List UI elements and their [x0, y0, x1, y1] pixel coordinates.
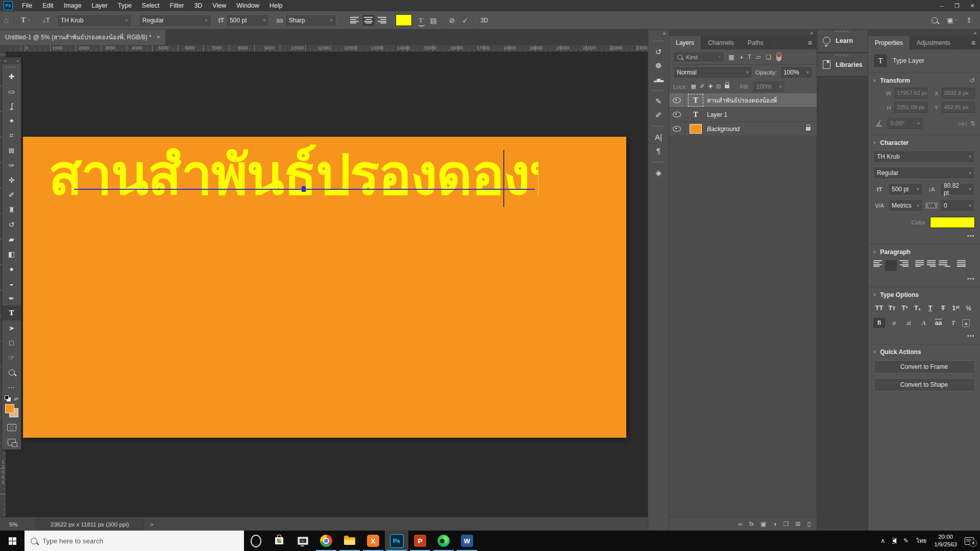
- menu-item[interactable]: Edit: [37, 0, 59, 11]
- paragraph-align-button[interactable]: [873, 260, 885, 271]
- layer-filter-toggle[interactable]: [776, 53, 781, 61]
- threed-panel[interactable]: ◈: [648, 166, 669, 180]
- y-position-field[interactable]: 452.81 px: [942, 102, 975, 113]
- paragraph-align-button[interactable]: [927, 260, 939, 271]
- file-explorer-button[interactable]: [338, 531, 361, 551]
- canvas-type-text[interactable]: สานสำพันธ์ปรองดองน้องพี่: [48, 142, 538, 216]
- new-group[interactable]: ❒: [783, 520, 789, 528]
- new-layer[interactable]: ⊞: [795, 520, 800, 528]
- collapse-panel-icon[interactable]: »: [973, 30, 976, 36]
- close-toolbar-icon[interactable]: ×: [16, 59, 19, 63]
- store-button[interactable]: [267, 531, 291, 551]
- opentype-option-button[interactable]: T: [947, 318, 959, 328]
- chevron-down-icon[interactable]: ˅: [873, 140, 876, 145]
- history-brush-tool[interactable]: ↺: [2, 217, 21, 232]
- toggle-panels-icon[interactable]: ▤: [430, 16, 436, 24]
- link-layers[interactable]: ∞: [738, 520, 743, 528]
- histogram-panel[interactable]: ▂▅▃: [648, 72, 669, 86]
- quick-mask-button[interactable]: [2, 420, 21, 435]
- layer-thumbnail[interactable]: [690, 124, 702, 134]
- commit-edits-button[interactable]: ✓: [462, 16, 468, 24]
- brushes-panel[interactable]: ✐: [648, 108, 669, 122]
- blur-tool[interactable]: ●: [2, 261, 21, 276]
- text-color-swatch[interactable]: [930, 217, 975, 228]
- visibility-toggle[interactable]: [669, 108, 685, 121]
- word-button[interactable]: W: [455, 531, 479, 551]
- type-option-button[interactable]: TT: [873, 303, 885, 313]
- hand-tool[interactable]: ☞: [2, 350, 21, 365]
- panel-grip[interactable]: [6, 66, 17, 68]
- start-button[interactable]: [0, 531, 24, 551]
- flip-vertical-icon[interactable]: ⇅: [970, 120, 975, 127]
- paragraph-align-button[interactable]: [957, 260, 969, 271]
- type-option-button[interactable]: T: [924, 303, 936, 313]
- volume-icon[interactable]: [893, 538, 896, 544]
- quick-action-button[interactable]: Convert to Shape: [874, 378, 975, 391]
- horizontal-ruler[interactable]: 0100020003000400050006000700080009000100…: [6, 45, 648, 52]
- layers-panel-tab[interactable]: Layers: [669, 36, 701, 49]
- menu-item[interactable]: Image: [59, 0, 87, 11]
- filter-adjustment-layers[interactable]: ◑: [739, 54, 743, 61]
- layer-filter-select[interactable]: Kind ˅: [673, 52, 724, 62]
- x-position-field[interactable]: 2032.8 px: [942, 88, 975, 98]
- opentype-option-button[interactable]: σ: [888, 318, 900, 328]
- char-size-select[interactable]: 500 pt˅: [888, 183, 923, 195]
- menu-item[interactable]: Window: [231, 0, 264, 11]
- opacity-select[interactable]: 100%˅: [780, 66, 813, 79]
- สานสำพันธ์ปรองดองน้องพี่[interactable]: T สานสำพันธ์ปรองดองน้องพี่: [669, 93, 817, 108]
- flip-horizontal-icon[interactable]: ▷|◁: [959, 121, 966, 127]
- type-option-button[interactable]: Tᴛ: [886, 303, 898, 313]
- paragraph-panel[interactable]: ¶: [648, 144, 669, 158]
- lock-pixels[interactable]: ✐: [700, 83, 704, 90]
- menu-item[interactable]: Filter: [165, 0, 189, 11]
- close-tab-icon[interactable]: ×: [157, 33, 161, 41]
- move-tool[interactable]: ✚: [2, 69, 21, 84]
- eyedropper-tool[interactable]: ✑: [2, 158, 21, 172]
- lasso-tool[interactable]: ʆ: [2, 98, 21, 113]
- menu-item[interactable]: Layer: [86, 0, 112, 11]
- new-adjustment-layer[interactable]: ◑: [773, 520, 776, 528]
- visibility-toggle[interactable]: [669, 122, 685, 136]
- system-monitor-button[interactable]: ≈: [291, 531, 314, 551]
- taskbar-search-input[interactable]: Type here to search: [24, 531, 244, 551]
- add-layer-mask[interactable]: ▣: [761, 520, 766, 528]
- brush-settings-panel[interactable]: ✎: [648, 94, 669, 108]
- panel-menu-icon[interactable]: ≡: [967, 36, 980, 49]
- opentype-option-button[interactable]: aa: [933, 318, 944, 328]
- blend-mode-select[interactable]: Normal˅: [673, 66, 752, 79]
- anti-alias-select[interactable]: Sharp˅: [285, 14, 336, 27]
- tray-expand-icon[interactable]: ∧: [880, 537, 885, 544]
- lock-position[interactable]: ✚: [708, 83, 713, 90]
- status-chevron-icon[interactable]: >: [150, 521, 154, 528]
- layer-thumbnail[interactable]: T: [690, 95, 702, 105]
- xampp-button[interactable]: X: [361, 531, 385, 551]
- expand-panels-icon[interactable]: «: [648, 29, 669, 37]
- Background[interactable]: Background: [669, 122, 817, 136]
- search-icon[interactable]: [932, 17, 938, 23]
- align-right-button[interactable]: [376, 15, 388, 26]
- dodge-tool[interactable]: ◒: [2, 276, 21, 291]
- threed-mode-button[interactable]: 3D: [477, 17, 492, 24]
- path-selection-tool[interactable]: ➤: [2, 320, 21, 335]
- edit-toolbar[interactable]: ⋯: [2, 380, 21, 394]
- reset-transform-icon[interactable]: ↺: [969, 77, 975, 84]
- chevron-down-icon[interactable]: ˅: [873, 249, 876, 255]
- menu-item[interactable]: Type: [113, 0, 137, 11]
- home-icon[interactable]: ⌂: [4, 16, 9, 25]
- notification-center-icon[interactable]: 4: [965, 537, 974, 545]
- pen-tool[interactable]: ✒: [2, 291, 21, 306]
- properties-panel-tab[interactable]: Properties: [868, 36, 910, 49]
- crop-tool[interactable]: ⌗: [2, 128, 21, 143]
- type-tool[interactable]: T: [2, 306, 21, 320]
- chevron-down-icon[interactable]: ˅: [873, 292, 876, 297]
- libraries-panel-button[interactable]: Libraries: [817, 53, 868, 77]
- leading-select[interactable]: 80.82 pt˅: [940, 183, 975, 195]
- Layer 1[interactable]: T Layer 1: [669, 108, 817, 122]
- tracking-select[interactable]: 0˅: [940, 199, 975, 212]
- marquee-tool[interactable]: ▭: [2, 84, 21, 98]
- collapse-panel-icon[interactable]: »: [810, 30, 813, 36]
- warp-text-icon[interactable]: T: [419, 16, 423, 24]
- properties-panel-tab[interactable]: Adjustments: [910, 36, 958, 49]
- paragraph-align-button[interactable]: [939, 260, 950, 271]
- character-panel[interactable]: A|: [648, 130, 669, 144]
